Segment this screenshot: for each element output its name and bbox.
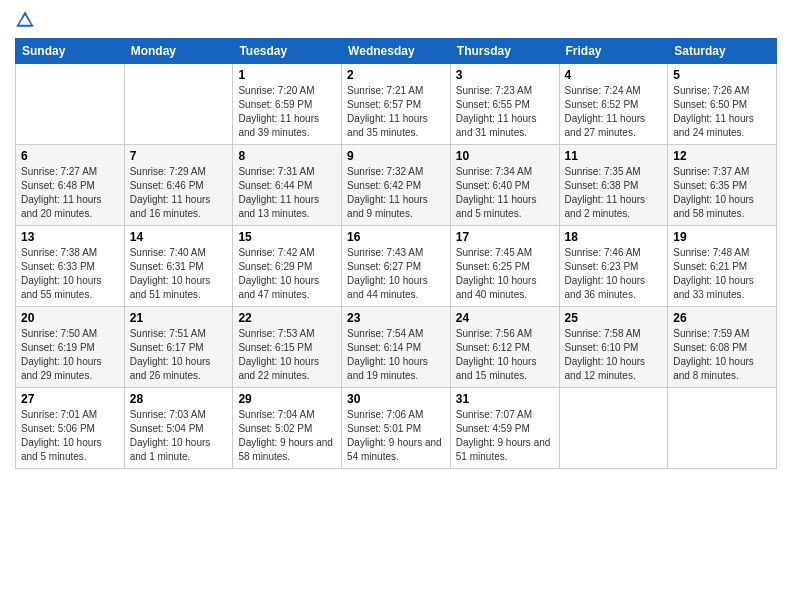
- day-number: 6: [21, 149, 119, 163]
- day-info: Sunrise: 7:26 AM Sunset: 6:50 PM Dayligh…: [673, 84, 771, 140]
- day-info: Sunrise: 7:53 AM Sunset: 6:15 PM Dayligh…: [238, 327, 336, 383]
- calendar-day-cell: [124, 64, 233, 145]
- day-number: 10: [456, 149, 554, 163]
- calendar-day-cell: 23Sunrise: 7:54 AM Sunset: 6:14 PM Dayli…: [342, 307, 451, 388]
- day-info: Sunrise: 7:07 AM Sunset: 4:59 PM Dayligh…: [456, 408, 554, 464]
- calendar-day-cell: 21Sunrise: 7:51 AM Sunset: 6:17 PM Dayli…: [124, 307, 233, 388]
- calendar-day-cell: 28Sunrise: 7:03 AM Sunset: 5:04 PM Dayli…: [124, 388, 233, 469]
- day-number: 23: [347, 311, 445, 325]
- day-number: 1: [238, 68, 336, 82]
- day-number: 4: [565, 68, 663, 82]
- day-number: 7: [130, 149, 228, 163]
- day-info: Sunrise: 7:35 AM Sunset: 6:38 PM Dayligh…: [565, 165, 663, 221]
- day-info: Sunrise: 7:51 AM Sunset: 6:17 PM Dayligh…: [130, 327, 228, 383]
- day-number: 27: [21, 392, 119, 406]
- day-info: Sunrise: 7:27 AM Sunset: 6:48 PM Dayligh…: [21, 165, 119, 221]
- logo-icon: [15, 10, 35, 30]
- day-info: Sunrise: 7:20 AM Sunset: 6:59 PM Dayligh…: [238, 84, 336, 140]
- day-number: 8: [238, 149, 336, 163]
- calendar-day-cell: 10Sunrise: 7:34 AM Sunset: 6:40 PM Dayli…: [450, 145, 559, 226]
- day-number: 20: [21, 311, 119, 325]
- calendar-day-cell: 2Sunrise: 7:21 AM Sunset: 6:57 PM Daylig…: [342, 64, 451, 145]
- day-number: 13: [21, 230, 119, 244]
- weekday-header: Friday: [559, 39, 668, 64]
- day-info: Sunrise: 7:46 AM Sunset: 6:23 PM Dayligh…: [565, 246, 663, 302]
- day-number: 29: [238, 392, 336, 406]
- calendar-day-cell: 31Sunrise: 7:07 AM Sunset: 4:59 PM Dayli…: [450, 388, 559, 469]
- day-info: Sunrise: 7:24 AM Sunset: 6:52 PM Dayligh…: [565, 84, 663, 140]
- day-number: 5: [673, 68, 771, 82]
- calendar-day-cell: 30Sunrise: 7:06 AM Sunset: 5:01 PM Dayli…: [342, 388, 451, 469]
- calendar-day-cell: 13Sunrise: 7:38 AM Sunset: 6:33 PM Dayli…: [16, 226, 125, 307]
- day-info: Sunrise: 7:34 AM Sunset: 6:40 PM Dayligh…: [456, 165, 554, 221]
- day-number: 16: [347, 230, 445, 244]
- day-info: Sunrise: 7:40 AM Sunset: 6:31 PM Dayligh…: [130, 246, 228, 302]
- calendar-day-cell: 24Sunrise: 7:56 AM Sunset: 6:12 PM Dayli…: [450, 307, 559, 388]
- calendar-day-cell: 14Sunrise: 7:40 AM Sunset: 6:31 PM Dayli…: [124, 226, 233, 307]
- calendar-day-cell: 20Sunrise: 7:50 AM Sunset: 6:19 PM Dayli…: [16, 307, 125, 388]
- logo: [15, 10, 39, 30]
- calendar-day-cell: 25Sunrise: 7:58 AM Sunset: 6:10 PM Dayli…: [559, 307, 668, 388]
- calendar-day-cell: 7Sunrise: 7:29 AM Sunset: 6:46 PM Daylig…: [124, 145, 233, 226]
- calendar-day-cell: 22Sunrise: 7:53 AM Sunset: 6:15 PM Dayli…: [233, 307, 342, 388]
- page-header: [15, 10, 777, 30]
- day-number: 15: [238, 230, 336, 244]
- day-info: Sunrise: 7:37 AM Sunset: 6:35 PM Dayligh…: [673, 165, 771, 221]
- day-info: Sunrise: 7:29 AM Sunset: 6:46 PM Dayligh…: [130, 165, 228, 221]
- calendar-day-cell: 3Sunrise: 7:23 AM Sunset: 6:55 PM Daylig…: [450, 64, 559, 145]
- calendar-day-cell: 29Sunrise: 7:04 AM Sunset: 5:02 PM Dayli…: [233, 388, 342, 469]
- calendar-day-cell: 6Sunrise: 7:27 AM Sunset: 6:48 PM Daylig…: [16, 145, 125, 226]
- calendar-day-cell: 9Sunrise: 7:32 AM Sunset: 6:42 PM Daylig…: [342, 145, 451, 226]
- day-info: Sunrise: 7:50 AM Sunset: 6:19 PM Dayligh…: [21, 327, 119, 383]
- day-info: Sunrise: 7:48 AM Sunset: 6:21 PM Dayligh…: [673, 246, 771, 302]
- weekday-header: Monday: [124, 39, 233, 64]
- day-number: 31: [456, 392, 554, 406]
- weekday-header: Wednesday: [342, 39, 451, 64]
- day-info: Sunrise: 7:06 AM Sunset: 5:01 PM Dayligh…: [347, 408, 445, 464]
- day-number: 30: [347, 392, 445, 406]
- calendar-day-cell: 4Sunrise: 7:24 AM Sunset: 6:52 PM Daylig…: [559, 64, 668, 145]
- weekday-header: Tuesday: [233, 39, 342, 64]
- calendar-day-cell: 15Sunrise: 7:42 AM Sunset: 6:29 PM Dayli…: [233, 226, 342, 307]
- day-info: Sunrise: 7:32 AM Sunset: 6:42 PM Dayligh…: [347, 165, 445, 221]
- calendar-table: SundayMondayTuesdayWednesdayThursdayFrid…: [15, 38, 777, 469]
- day-info: Sunrise: 7:04 AM Sunset: 5:02 PM Dayligh…: [238, 408, 336, 464]
- calendar-week-row: 13Sunrise: 7:38 AM Sunset: 6:33 PM Dayli…: [16, 226, 777, 307]
- day-info: Sunrise: 7:23 AM Sunset: 6:55 PM Dayligh…: [456, 84, 554, 140]
- calendar-day-cell: 1Sunrise: 7:20 AM Sunset: 6:59 PM Daylig…: [233, 64, 342, 145]
- day-number: 14: [130, 230, 228, 244]
- day-info: Sunrise: 7:38 AM Sunset: 6:33 PM Dayligh…: [21, 246, 119, 302]
- calendar-week-row: 6Sunrise: 7:27 AM Sunset: 6:48 PM Daylig…: [16, 145, 777, 226]
- day-info: Sunrise: 7:56 AM Sunset: 6:12 PM Dayligh…: [456, 327, 554, 383]
- calendar-day-cell: 5Sunrise: 7:26 AM Sunset: 6:50 PM Daylig…: [668, 64, 777, 145]
- weekday-header: Sunday: [16, 39, 125, 64]
- day-number: 12: [673, 149, 771, 163]
- weekday-header: Thursday: [450, 39, 559, 64]
- weekday-header: Saturday: [668, 39, 777, 64]
- day-number: 18: [565, 230, 663, 244]
- calendar-day-cell: 27Sunrise: 7:01 AM Sunset: 5:06 PM Dayli…: [16, 388, 125, 469]
- calendar-day-cell: 12Sunrise: 7:37 AM Sunset: 6:35 PM Dayli…: [668, 145, 777, 226]
- day-number: 25: [565, 311, 663, 325]
- day-number: 19: [673, 230, 771, 244]
- calendar-day-cell: 26Sunrise: 7:59 AM Sunset: 6:08 PM Dayli…: [668, 307, 777, 388]
- day-info: Sunrise: 7:45 AM Sunset: 6:25 PM Dayligh…: [456, 246, 554, 302]
- day-number: 26: [673, 311, 771, 325]
- day-info: Sunrise: 7:31 AM Sunset: 6:44 PM Dayligh…: [238, 165, 336, 221]
- calendar-day-cell: 18Sunrise: 7:46 AM Sunset: 6:23 PM Dayli…: [559, 226, 668, 307]
- calendar-day-cell: 19Sunrise: 7:48 AM Sunset: 6:21 PM Dayli…: [668, 226, 777, 307]
- day-info: Sunrise: 7:42 AM Sunset: 6:29 PM Dayligh…: [238, 246, 336, 302]
- day-info: Sunrise: 7:58 AM Sunset: 6:10 PM Dayligh…: [565, 327, 663, 383]
- day-info: Sunrise: 7:21 AM Sunset: 6:57 PM Dayligh…: [347, 84, 445, 140]
- day-number: 2: [347, 68, 445, 82]
- day-info: Sunrise: 7:43 AM Sunset: 6:27 PM Dayligh…: [347, 246, 445, 302]
- calendar-day-cell: 17Sunrise: 7:45 AM Sunset: 6:25 PM Dayli…: [450, 226, 559, 307]
- calendar-week-row: 1Sunrise: 7:20 AM Sunset: 6:59 PM Daylig…: [16, 64, 777, 145]
- day-number: 17: [456, 230, 554, 244]
- calendar-week-row: 27Sunrise: 7:01 AM Sunset: 5:06 PM Dayli…: [16, 388, 777, 469]
- day-number: 24: [456, 311, 554, 325]
- day-number: 21: [130, 311, 228, 325]
- calendar-day-cell: [668, 388, 777, 469]
- day-number: 22: [238, 311, 336, 325]
- day-info: Sunrise: 7:01 AM Sunset: 5:06 PM Dayligh…: [21, 408, 119, 464]
